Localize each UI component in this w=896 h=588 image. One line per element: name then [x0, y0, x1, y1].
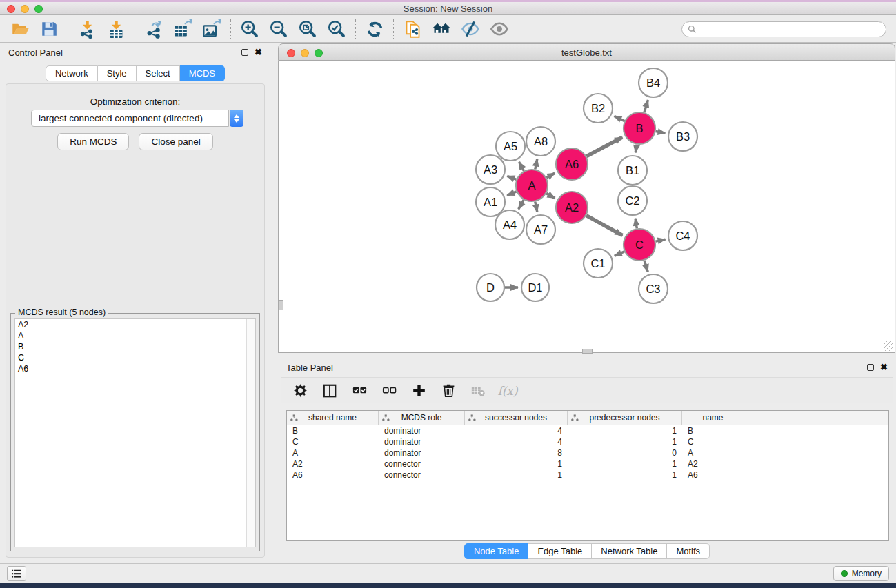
search-field[interactable]: [681, 21, 886, 37]
table-tab-edge-table[interactable]: Edge Table: [528, 543, 592, 559]
cell-name[interactable]: B: [682, 426, 744, 436]
cell-MCDS-role[interactable]: connector: [379, 459, 465, 469]
cell-successor-nodes[interactable]: 8: [465, 448, 568, 458]
graph-node-A[interactable]: A: [516, 170, 548, 201]
cell-successor-nodes[interactable]: 1: [465, 470, 568, 480]
cell-successor-nodes[interactable]: 4: [465, 437, 568, 447]
cell-predecessor-nodes[interactable]: 1: [568, 437, 682, 447]
cell-predecessor-nodes[interactable]: 0: [568, 448, 682, 458]
graph-node-B4[interactable]: B4: [639, 68, 668, 97]
edge-A2-C[interactable]: [586, 216, 622, 236]
network-window-titlebar[interactable]: testGlobe.txt: [278, 43, 895, 61]
export-image-icon[interactable]: [201, 19, 222, 39]
cell-shared-name[interactable]: A2: [287, 459, 379, 469]
graph-node-A6[interactable]: A6: [556, 148, 588, 180]
edge-B-B4[interactable]: [644, 100, 648, 112]
cell-shared-name[interactable]: C: [287, 437, 379, 447]
graph-node-C1[interactable]: C1: [584, 249, 613, 278]
edge-B-B1[interactable]: [635, 145, 637, 153]
horizontal-scroll-thumb[interactable]: [582, 349, 593, 354]
edge-A-A5[interactable]: [519, 162, 524, 171]
graph-node-B3[interactable]: B3: [668, 122, 697, 151]
graph-node-D[interactable]: D: [477, 274, 504, 301]
graph-node-A4[interactable]: A4: [495, 210, 524, 239]
optimization-select[interactable]: largest connected component (directed): [31, 110, 243, 127]
table-row[interactable]: A6connector11A6: [287, 469, 888, 480]
table-close-panel-icon[interactable]: ✖: [880, 364, 888, 371]
import-network-icon[interactable]: [77, 19, 97, 39]
edge-C-C1[interactable]: [615, 252, 624, 256]
graph-node-A5[interactable]: A5: [496, 132, 525, 161]
zoom-out-icon[interactable]: [268, 19, 289, 39]
table-row[interactable]: Adominator80A: [287, 447, 888, 458]
result-item[interactable]: C: [15, 352, 255, 363]
function-builder-icon[interactable]: f(x): [499, 383, 516, 399]
deselect-all-icon[interactable]: [381, 383, 397, 399]
table-row[interactable]: A2connector11A2: [287, 458, 888, 469]
open-file-icon[interactable]: [10, 19, 30, 39]
cell-successor-nodes[interactable]: 4: [465, 426, 568, 436]
cell-MCDS-role[interactable]: dominator: [379, 437, 465, 447]
zoom-selected-icon[interactable]: [326, 19, 347, 39]
run-mcds-button[interactable]: Run MCDS: [57, 133, 129, 150]
edge-A-A1[interactable]: [507, 192, 517, 195]
edge-A-A6[interactable]: [546, 173, 555, 177]
table-row[interactable]: Cdominator41C: [287, 436, 888, 447]
graph-node-C4[interactable]: C4: [668, 221, 697, 250]
graph-node-B2[interactable]: B2: [584, 94, 613, 123]
cell-predecessor-nodes[interactable]: 1: [568, 459, 682, 469]
search-input[interactable]: [700, 24, 880, 34]
cell-name[interactable]: C: [682, 437, 744, 447]
graph-node-C3[interactable]: C3: [639, 274, 668, 303]
graph-node-A7[interactable]: A7: [526, 215, 555, 244]
show-details-icon[interactable]: [489, 19, 510, 39]
memory-button[interactable]: Memory: [833, 566, 889, 581]
graph-node-D1[interactable]: D1: [521, 274, 549, 301]
scrollbar-track[interactable]: [246, 319, 255, 547]
result-item[interactable]: A2: [15, 319, 255, 330]
column-header-shared-name[interactable]: shared name: [287, 411, 379, 425]
columns-icon[interactable]: [321, 383, 338, 399]
tab-network[interactable]: Network: [46, 65, 98, 81]
float-panel-icon[interactable]: [241, 49, 248, 56]
edge-A-A7[interactable]: [535, 202, 537, 212]
select-all-icon[interactable]: [351, 383, 368, 399]
graph-node-B1[interactable]: B1: [618, 156, 647, 185]
edge-A-A4[interactable]: [519, 200, 524, 209]
graph-node-A3[interactable]: A3: [476, 155, 505, 184]
edge-C-C4[interactable]: [656, 239, 666, 241]
cell-shared-name[interactable]: A6: [287, 470, 379, 480]
edge-B-B2[interactable]: [614, 116, 624, 121]
select-stepper-icon[interactable]: [230, 110, 243, 127]
resize-grip[interactable]: [884, 341, 893, 351]
graph-node-B[interactable]: B: [624, 112, 655, 144]
network-canvas[interactable]: AA1A2A3A4A5A6A7A8BB1B2B3B4CC1C2C3C4DD1: [278, 61, 895, 353]
tab-mcds[interactable]: MCDS: [180, 65, 225, 81]
add-column-icon[interactable]: [410, 383, 427, 399]
zoom-in-icon[interactable]: [239, 19, 260, 39]
edge-C-C3[interactable]: [644, 261, 648, 272]
task-history-button[interactable]: [7, 566, 26, 581]
graph-node-A1[interactable]: A1: [476, 187, 505, 216]
clone-network-icon[interactable]: [402, 19, 423, 39]
export-table-icon[interactable]: [172, 19, 193, 39]
result-item[interactable]: B: [15, 341, 255, 352]
cell-name[interactable]: A: [682, 448, 744, 458]
cell-name[interactable]: A2: [682, 459, 744, 469]
graph-node-A8[interactable]: A8: [526, 127, 555, 156]
zoom-fit-icon[interactable]: [297, 19, 318, 39]
table-tab-motifs[interactable]: Motifs: [667, 543, 710, 559]
gear-icon[interactable]: [292, 383, 308, 399]
close-panel-icon[interactable]: ✖: [255, 49, 262, 56]
cell-predecessor-nodes[interactable]: 1: [568, 470, 682, 480]
edge-A-A2[interactable]: [546, 194, 555, 199]
graph-node-C2[interactable]: C2: [618, 186, 647, 215]
graph-node-C[interactable]: C: [624, 229, 655, 261]
tab-style[interactable]: Style: [98, 65, 137, 81]
column-header-name[interactable]: name: [682, 411, 744, 425]
hide-details-icon[interactable]: [460, 19, 481, 39]
export-network-icon[interactable]: [143, 19, 164, 39]
cell-MCDS-role[interactable]: dominator: [379, 426, 465, 436]
edge-A-A3[interactable]: [507, 176, 516, 179]
close-panel-button[interactable]: Close panel: [139, 133, 212, 150]
